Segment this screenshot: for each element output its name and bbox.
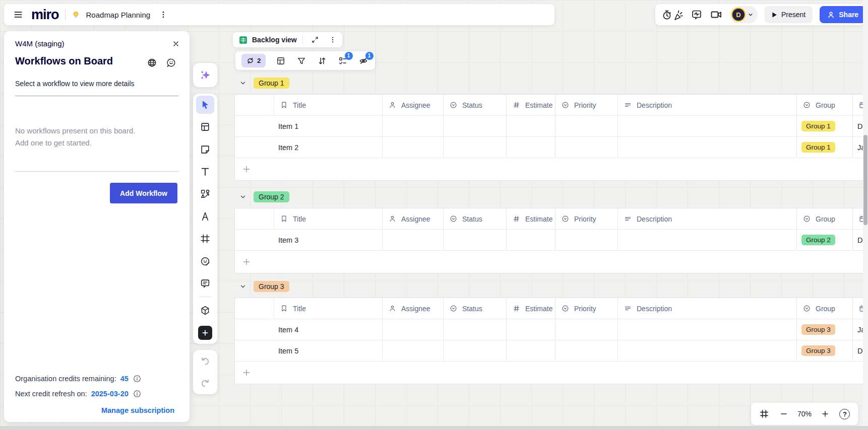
- vertical-scrollbar[interactable]: [863, 0, 868, 426]
- expand-view-button[interactable]: [308, 34, 322, 46]
- add-row-button[interactable]: [235, 158, 863, 180]
- cell-description[interactable]: [617, 230, 796, 250]
- column-header-priority[interactable]: Priority: [555, 208, 617, 229]
- tool-text[interactable]: [196, 163, 214, 181]
- cell-description[interactable]: [617, 340, 796, 361]
- tool-sticker[interactable]: [196, 252, 214, 270]
- table-row[interactable]: Item 2Group 1Ja: [235, 137, 863, 158]
- cell-group[interactable]: Group 3: [796, 319, 852, 340]
- column-header-estimate[interactable]: Estimate: [506, 208, 555, 229]
- tool-templates[interactable]: [196, 118, 214, 136]
- fields-button[interactable]: 1: [337, 55, 348, 66]
- layout-button[interactable]: [275, 55, 286, 66]
- row-handle-cell[interactable]: [235, 340, 274, 361]
- row-handle-cell[interactable]: [235, 319, 274, 340]
- cell-status[interactable]: [443, 230, 506, 250]
- table-row[interactable]: Item 3Group 2De: [235, 230, 863, 251]
- add-row-button[interactable]: [235, 362, 863, 384]
- feedback-button[interactable]: [166, 57, 176, 68]
- cell-estimate[interactable]: [506, 116, 555, 136]
- undo-button[interactable]: [196, 352, 214, 370]
- cell-group[interactable]: Group 1: [796, 137, 852, 158]
- row-handle-cell[interactable]: [235, 230, 274, 250]
- view-options-button[interactable]: [326, 34, 339, 46]
- cell-title[interactable]: Item 4: [274, 319, 382, 340]
- add-row-button[interactable]: [235, 251, 863, 273]
- cell-title[interactable]: Item 1: [274, 116, 382, 136]
- info-icon[interactable]: [133, 374, 142, 383]
- zoom-out-button[interactable]: [778, 408, 790, 420]
- tool-add-more[interactable]: [196, 324, 214, 342]
- column-header-estimate[interactable]: Estimate: [506, 95, 555, 115]
- group-header[interactable]: Group 3: [239, 279, 863, 294]
- tool-comment[interactable]: [196, 274, 214, 293]
- column-header-date[interactable]: [852, 298, 863, 319]
- add-workflow-button[interactable]: Add Workflow: [110, 183, 177, 203]
- cell-group[interactable]: Group 3: [796, 340, 852, 361]
- column-header-group[interactable]: Group: [796, 95, 852, 115]
- cell-estimate[interactable]: [506, 230, 555, 250]
- tool-sticky-note[interactable]: [196, 140, 214, 159]
- cell-group[interactable]: Group 2: [796, 230, 852, 250]
- horizontal-scrollbar[interactable]: [0, 426, 868, 430]
- fit-to-screen-button[interactable]: [758, 408, 770, 420]
- table-row[interactable]: Item 4Group 3Ja: [235, 319, 863, 340]
- cell-description[interactable]: [617, 319, 796, 340]
- user-menu[interactable]: D: [730, 6, 758, 23]
- tool-apps[interactable]: [196, 302, 214, 320]
- column-header-title[interactable]: Title: [274, 298, 382, 319]
- column-header-description[interactable]: Description: [617, 298, 796, 319]
- group-chip[interactable]: Group 2: [254, 191, 289, 202]
- column-header-title[interactable]: Title: [274, 95, 382, 115]
- column-header-status[interactable]: Status: [443, 208, 506, 229]
- board-title[interactable]: Roadmap Planning: [86, 11, 151, 19]
- hidden-fields-button[interactable]: 1: [358, 55, 369, 66]
- filter-button[interactable]: [296, 55, 307, 66]
- sync-button[interactable]: 2: [241, 54, 266, 67]
- column-header-assignee[interactable]: Assignee: [382, 298, 443, 319]
- group-header[interactable]: Group 1: [239, 76, 863, 91]
- zoom-level[interactable]: 70%: [797, 410, 812, 418]
- cell-date[interactable]: De: [852, 116, 863, 136]
- column-header-assignee[interactable]: Assignee: [382, 208, 443, 229]
- facilitation-tools-button[interactable]: [661, 8, 684, 22]
- column-header-group[interactable]: Group: [796, 208, 852, 229]
- info-icon[interactable]: [133, 389, 142, 398]
- group-header[interactable]: Group 2: [239, 189, 863, 204]
- cell-priority[interactable]: [555, 340, 617, 361]
- close-panel-button[interactable]: [169, 37, 182, 50]
- table-row[interactable]: Item 5Group 3De: [235, 340, 863, 362]
- share-button[interactable]: Share: [820, 6, 865, 23]
- row-handle-cell[interactable]: [235, 137, 274, 158]
- column-header-title[interactable]: Title: [274, 208, 382, 229]
- activity-feed-button[interactable]: [691, 8, 703, 22]
- column-header-description[interactable]: Description: [617, 208, 796, 229]
- column-header-group[interactable]: Group: [796, 298, 852, 319]
- miro-board-canvas[interactable]: miro Roadmap Planning: [0, 0, 868, 430]
- cell-estimate[interactable]: [506, 319, 555, 340]
- cell-description[interactable]: [617, 116, 796, 136]
- cell-status[interactable]: [443, 137, 506, 158]
- tool-select[interactable]: [196, 96, 214, 114]
- cell-date[interactable]: Ja: [852, 319, 863, 340]
- cell-assignee[interactable]: [382, 137, 443, 158]
- cell-estimate[interactable]: [506, 340, 555, 361]
- present-button[interactable]: Present: [765, 6, 813, 23]
- cell-priority[interactable]: [555, 319, 617, 340]
- cell-date[interactable]: Ja: [852, 137, 863, 158]
- column-header-priority[interactable]: Priority: [555, 298, 617, 319]
- cell-assignee[interactable]: [382, 340, 443, 361]
- redo-button[interactable]: [196, 374, 214, 392]
- sort-button[interactable]: [317, 55, 328, 66]
- column-header-status[interactable]: Status: [443, 298, 506, 319]
- cell-status[interactable]: [443, 116, 506, 136]
- group-chip[interactable]: Group 1: [254, 78, 289, 89]
- language-button[interactable]: [147, 57, 157, 68]
- column-header-status[interactable]: Status: [443, 95, 506, 115]
- cell-description[interactable]: [617, 137, 796, 158]
- column-header-assignee[interactable]: Assignee: [382, 95, 443, 115]
- cell-assignee[interactable]: [382, 319, 443, 340]
- tool-shapes[interactable]: [196, 185, 214, 203]
- cell-assignee[interactable]: [382, 230, 443, 250]
- cell-date[interactable]: De: [852, 340, 863, 361]
